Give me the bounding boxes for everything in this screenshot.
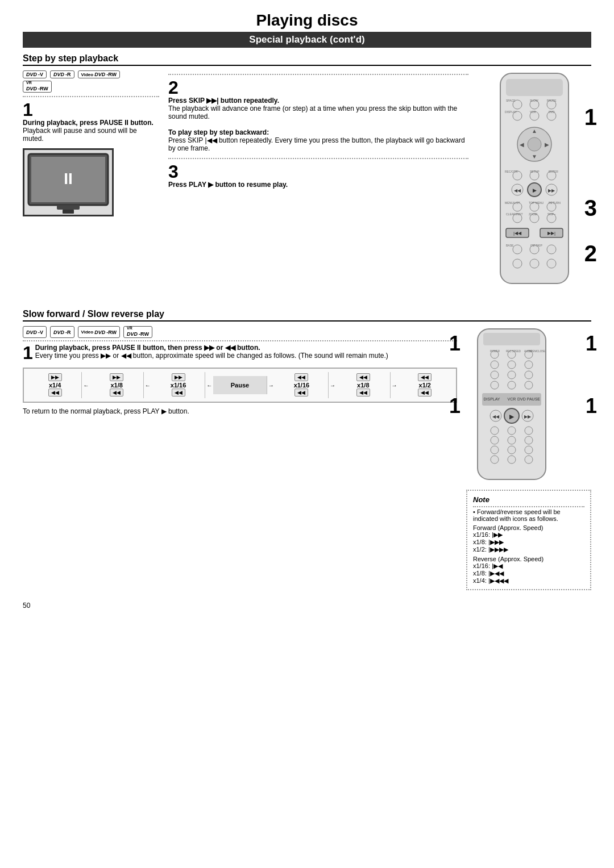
svg-point-68 xyxy=(525,361,533,369)
svg-point-40 xyxy=(547,245,556,254)
svg-text:▲: ▲ xyxy=(532,128,537,134)
arrow-rew: ◀◀ xyxy=(48,389,62,397)
svg-point-67 xyxy=(508,361,516,369)
svg-text:DVD PAUSE: DVD PAUSE xyxy=(517,397,540,401)
speed-diagram: ▶▶ x1/4 ◀◀ ← ▶▶ x1/8 ◀◀ ← ▶▶ x1/16 ◀◀ xyxy=(23,368,457,403)
svg-point-71 xyxy=(525,371,533,379)
disc-badges-row1: DVD-V DVD-R VideoDVD-RW xyxy=(23,70,159,78)
svg-point-74 xyxy=(525,381,533,389)
remote2-svg: DISPLAY VCR DVD PAUSE ▶ ◀◀ ▶▶ xyxy=(466,326,563,485)
svg-point-14 xyxy=(528,137,541,151)
left-column: DVD-V DVD-R VideoDVD-RW VRDVD-RW 1 Durin… xyxy=(23,70,159,298)
speed-cell-x1-2: ◀◀ x1/2 ◀◀ xyxy=(399,372,451,398)
slow-step1-block: 1 During playback, press PAUSE II button… xyxy=(23,344,457,362)
speed-cell-x1-8-right: ◀◀ x1/8 ◀◀ xyxy=(337,372,390,398)
svg-point-89 xyxy=(508,436,516,444)
svg-text:OPEN/CLOSE: OPEN/CLOSE xyxy=(529,350,545,353)
svg-point-38 xyxy=(513,245,522,254)
side-num-1a: 1 xyxy=(449,332,460,356)
svg-text:DISPLAY: DISPLAY xyxy=(483,397,500,401)
svg-text:◀: ◀ xyxy=(520,141,524,148)
badge-video-dvdrw: VideoDVD-RW xyxy=(78,70,121,78)
page-number: 50 xyxy=(23,602,591,610)
slow-step1-body: Every time you press ▶▶ or ◀◀ button, ap… xyxy=(35,352,388,360)
svg-text:SLOW: SLOW xyxy=(530,99,538,102)
note-box: Note • Forward/reverse speed will be ind… xyxy=(466,490,591,590)
arrow-rew5: ◀◀ xyxy=(294,389,308,397)
note-line-5: x1/2: |▶▶▶▶ xyxy=(473,546,584,553)
svg-text:TOP MENU: TOP MENU xyxy=(529,201,544,205)
mid-column: 2 Press SKIP ▶▶| button repeatedly. The … xyxy=(168,70,468,298)
svg-rect-6 xyxy=(506,79,563,96)
svg-point-73 xyxy=(508,381,516,389)
step2-sub-heading: To play step by step backward: xyxy=(168,128,468,136)
step1-heading: During playback, press PAUSE II button. xyxy=(23,119,159,127)
note-line-1: • Forward/reverse speed will be indicate… xyxy=(473,508,584,522)
svg-text:CLEAR/INST: CLEAR/INST xyxy=(506,212,522,216)
svg-point-66 xyxy=(491,361,499,369)
step1-block: 1 During playback, press PAUSE II button… xyxy=(23,101,159,143)
side-num-1d: 1 xyxy=(586,394,597,418)
step1-number: 1 xyxy=(23,101,33,119)
slow-forward-title: Slow forward / Slow reverse play xyxy=(23,309,591,322)
svg-point-95 xyxy=(508,456,516,464)
svg-text:ENTER: ENTER xyxy=(549,170,558,173)
note-title: Note xyxy=(473,495,584,504)
svg-rect-62 xyxy=(483,333,540,345)
arrow-rew9: ◀◀ xyxy=(418,389,432,397)
svg-text:▼: ▼ xyxy=(532,153,537,160)
svg-text:POWER: POWER xyxy=(490,350,500,353)
svg-text:DVD: DVD xyxy=(549,110,555,114)
svg-point-87 xyxy=(525,427,533,435)
side-num-1b: 1 xyxy=(449,394,460,418)
arrow-rew6: ◀◀ xyxy=(356,373,370,381)
slow-badge-vr-dvdrw: VRDVD-RW xyxy=(123,326,152,338)
svg-point-69 xyxy=(491,371,499,379)
note-line-3: x1/16: |▶▶ xyxy=(473,531,584,539)
badge-dvd-r: DVD-R xyxy=(50,70,74,78)
svg-point-42 xyxy=(530,259,539,268)
svg-text:|◀◀: |◀◀ xyxy=(513,231,522,236)
svg-point-90 xyxy=(525,436,533,444)
arrow-ff: ▶▶ xyxy=(48,373,62,381)
step2-sub-body: Press SKIP |◀◀ button repeatedly. Every … xyxy=(168,136,468,152)
svg-text:PAUSE: PAUSE xyxy=(547,99,557,102)
svg-text:VCR: VCR xyxy=(530,110,536,114)
svg-text:▶: ▶ xyxy=(545,141,549,148)
slow-disc-badges: DVD-V DVD-R VideoDVD-RW VRDVD-RW xyxy=(23,326,457,338)
svg-text:▶▶: ▶▶ xyxy=(524,414,532,419)
svg-text:VCR: VCR xyxy=(508,397,516,401)
tv-screen-illustration: II xyxy=(23,148,114,216)
arrow-rew3: ◀◀ xyxy=(172,389,185,397)
slow-step1-heading: During playback, press PAUSE II button, … xyxy=(35,344,388,352)
svg-text:MENU/LIST: MENU/LIST xyxy=(505,201,520,205)
step2-block: 2 Press SKIP ▶▶| button repeatedly. The … xyxy=(168,78,468,152)
arrow-rew8: ◀◀ xyxy=(418,373,432,381)
note-line-2: Forward (Approx. Speed) xyxy=(473,524,584,531)
resume-text: To return to the normal playback, press … xyxy=(23,407,457,415)
note-line-6: Reverse (Approx. Speed) xyxy=(473,556,584,562)
section-header: Special playback (cont'd) xyxy=(23,32,591,48)
svg-point-41 xyxy=(513,259,522,268)
note-line-4: x1/8: |▶▶▶ xyxy=(473,539,584,546)
slow-section: Slow forward / Slow reverse play DVD-V D… xyxy=(23,309,591,590)
speed-cell-x1-8-left: ▶▶ x1/8 ◀◀ xyxy=(90,372,143,398)
step2-heading: Press SKIP ▶▶| button repeatedly. xyxy=(168,97,468,105)
badge-vr-dvdrw: VRDVD-RW xyxy=(23,81,52,93)
svg-text:II: II xyxy=(64,170,73,187)
svg-text:CM-SKIP: CM-SKIP xyxy=(530,244,543,247)
arrow-rew7: ◀◀ xyxy=(356,389,370,397)
arrow-ff3: ▶▶ xyxy=(172,373,185,381)
remote1-svg: ▲ ▼ ◀ ▶ ▶ ◀◀ ▶▶ xyxy=(489,70,580,298)
svg-text:REC/OTR: REC/OTR xyxy=(505,170,518,173)
svg-point-85 xyxy=(491,427,499,435)
svg-text:◀◀: ◀◀ xyxy=(492,414,500,419)
step3-heading: Press PLAY ▶ button to resume play. xyxy=(168,181,468,189)
svg-text:RETURN: RETURN xyxy=(549,201,561,205)
page-title: Playing discs xyxy=(23,11,591,30)
side-num-1c: 1 xyxy=(586,332,597,356)
step1-body: Playback will pause and sound will be mu… xyxy=(23,127,159,143)
note-line-8: x1/8: |▶◀◀ xyxy=(473,570,584,577)
svg-rect-4 xyxy=(63,210,74,214)
remote1-container: ▲ ▼ ◀ ▶ ▶ ◀◀ ▶▶ xyxy=(478,70,591,298)
